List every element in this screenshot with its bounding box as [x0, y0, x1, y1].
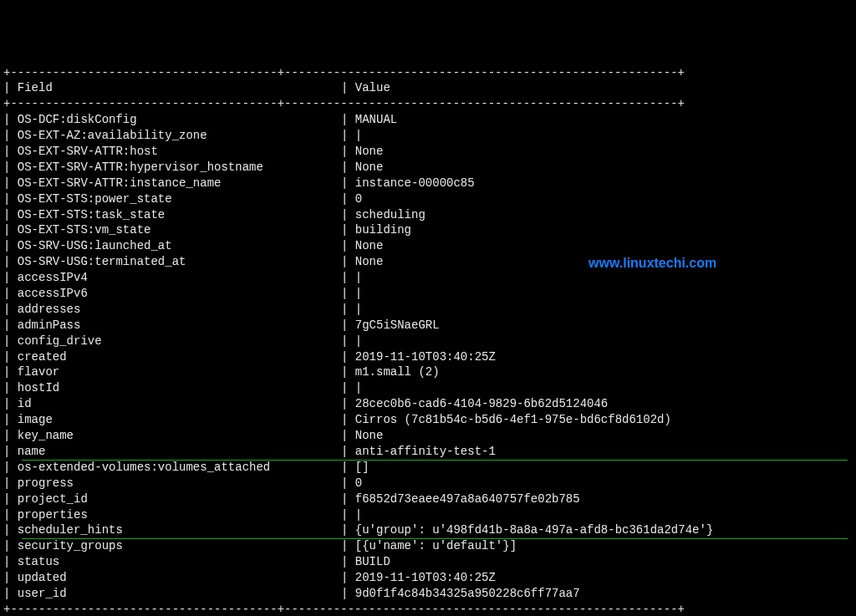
table-row: | OS-EXT-STS:power_state| 0: [3, 191, 856, 207]
table-row: | OS-SRV-USG:launched_at| None: [3, 238, 856, 254]
table-row: | id| 28cec0b6-cad6-4104-9829-6b62d51240…: [3, 396, 856, 412]
value-cell: | None: [341, 238, 826, 254]
table-separator: +--------------------------------------+…: [3, 602, 856, 616]
table-row: | os-extended-volumes:volumes_attached| …: [3, 460, 856, 476]
header-field: Field: [18, 81, 53, 94]
field-cell: | security_groups: [3, 538, 341, 554]
value-cell: | |: [341, 128, 826, 144]
table-row: | OS-EXT-AZ:availability_zone| |: [3, 128, 856, 144]
field-cell: | user_id: [3, 586, 341, 602]
field-cell: | status: [3, 554, 341, 570]
field-cell: | accessIPv4: [3, 270, 341, 286]
field-cell: | config_drive: [3, 333, 341, 349]
value-cell: | {u'group': u'498fd41b-8a8a-497a-afd8-b…: [341, 522, 826, 538]
value-cell: | 2019-11-10T03:40:25Z: [341, 570, 826, 586]
field-cell: | progress: [3, 476, 341, 491]
value-cell: | 0: [341, 476, 826, 491]
field-cell: | created: [3, 349, 341, 365]
value-cell: | None: [341, 254, 826, 270]
field-cell: | id: [3, 396, 341, 412]
value-cell: | [{u'name': u'default'}]: [341, 538, 826, 554]
field-cell: | adminPass: [3, 318, 341, 333]
table-row: | updated| 2019-11-10T03:40:25Z: [3, 570, 856, 586]
field-cell: | flavor: [3, 364, 341, 380]
field-cell: | OS-EXT-AZ:availability_zone: [3, 128, 341, 144]
table-separator: +--------------------------------------+…: [3, 65, 856, 81]
value-cell: | None: [341, 160, 826, 176]
value-cell: | f6852d73eaee497a8a640757fe02b785: [341, 491, 826, 507]
field-cell: | OS-DCF:diskConfig: [3, 112, 341, 128]
value-cell: | |: [341, 302, 826, 318]
value-cell: | 9d0f1f4c84b34325a950228c6ff77aa7: [341, 586, 826, 602]
table-row: | OS-SRV-USG:terminated_at| Nonewww.linu…: [3, 254, 856, 270]
field-cell: | OS-SRV-USG:terminated_at: [3, 254, 341, 270]
table-row: | properties| |: [3, 507, 856, 523]
table-row: | config_drive| |: [3, 333, 856, 349]
field-cell: | project_id: [3, 491, 341, 507]
table-row: | progress| 0: [3, 476, 856, 491]
table-row: | OS-EXT-SRV-ATTR:hypervisor_hostname| N…: [3, 160, 856, 176]
value-cell: | BUILD: [341, 554, 826, 570]
value-cell: | []: [341, 460, 826, 476]
value-cell: | 7gC5iSNaeGRL: [341, 318, 826, 333]
value-cell: | None: [341, 144, 826, 160]
table-row: | OS-EXT-STS:task_state| scheduling: [3, 207, 856, 223]
field-cell: | OS-EXT-SRV-ATTR:instance_name: [3, 176, 341, 191]
table-row: | user_id| 9d0f1f4c84b34325a950228c6ff77…: [3, 586, 856, 602]
table-separator: +--------------------------------------+…: [3, 96, 856, 112]
value-cell: | scheduling: [341, 207, 826, 223]
value-cell: | instance-00000c85: [341, 176, 826, 191]
table-row: | accessIPv4| |: [3, 270, 856, 286]
table-row: | adminPass| 7gC5iSNaeGRL: [3, 318, 856, 333]
table-row: | OS-DCF:diskConfig| MANUAL: [3, 112, 856, 128]
value-cell: | |: [341, 286, 826, 302]
field-cell: | OS-EXT-STS:power_state: [3, 191, 341, 207]
table-row: | key_name| None: [3, 428, 856, 444]
field-cell: | addresses: [3, 302, 341, 318]
table-row: | security_groups| [{u'name': u'default'…: [3, 538, 856, 554]
table-row: | OS-EXT-SRV-ATTR:instance_name| instanc…: [3, 176, 856, 191]
terminal-output: +--------------------------------------+…: [3, 65, 856, 616]
field-cell: | name: [3, 444, 341, 460]
table-row: | addresses| |: [3, 302, 856, 318]
field-cell: | properties: [3, 507, 341, 523]
value-cell: | |: [341, 333, 826, 349]
value-cell: | 28cec0b6-cad6-4104-9829-6b62d5124046: [341, 396, 826, 412]
table-header: | Field| Value: [3, 80, 856, 96]
table-row: | created| 2019-11-10T03:40:25Z: [3, 349, 856, 365]
table-row: | flavor| m1.small (2): [3, 364, 856, 380]
value-cell: | |: [341, 270, 826, 286]
table-row: | OS-EXT-SRV-ATTR:host| None: [3, 144, 856, 160]
table-row: | accessIPv6| |: [3, 286, 856, 302]
value-cell: | 0: [341, 191, 826, 207]
value-cell: | m1.small (2): [341, 364, 826, 380]
table-row: | project_id| f6852d73eaee497a8a640757fe…: [3, 491, 856, 507]
value-cell: | |: [341, 507, 826, 523]
table-row: | status| BUILD: [3, 554, 856, 570]
field-cell: | scheduler_hints: [3, 522, 341, 538]
table-row: | hostId| |: [3, 380, 856, 396]
table-row: | name| anti-affinity-test-1: [3, 444, 856, 460]
value-cell: | anti-affinity-test-1: [341, 444, 826, 460]
field-cell: | key_name: [3, 428, 341, 444]
field-cell: | updated: [3, 570, 341, 586]
field-cell: | hostId: [3, 380, 341, 396]
field-cell: | OS-EXT-STS:task_state: [3, 207, 341, 223]
table-row: | image| Cirros (7c81b54c-b5d6-4ef1-975e…: [3, 412, 856, 428]
value-cell: | building: [341, 222, 826, 238]
field-cell: | os-extended-volumes:volumes_attached: [3, 460, 341, 476]
value-cell: | MANUAL: [341, 112, 826, 128]
table-row: | scheduler_hints| {u'group': u'498fd41b…: [3, 522, 856, 538]
table-row: | OS-EXT-STS:vm_state| building: [3, 222, 856, 238]
field-cell: | image: [3, 412, 341, 428]
value-cell: | Cirros (7c81b54c-b5d6-4ef1-975e-bd6cf8…: [341, 412, 826, 428]
value-cell: | None: [341, 428, 826, 444]
field-cell: | OS-EXT-STS:vm_state: [3, 222, 341, 238]
field-cell: | OS-EXT-SRV-ATTR:host: [3, 144, 341, 160]
value-cell: | 2019-11-10T03:40:25Z: [341, 349, 826, 365]
value-cell: | |: [341, 380, 826, 396]
field-cell: | OS-SRV-USG:launched_at: [3, 238, 341, 254]
header-value: Value: [355, 81, 390, 94]
field-cell: | OS-EXT-SRV-ATTR:hypervisor_hostname: [3, 160, 341, 176]
field-cell: | accessIPv6: [3, 286, 341, 302]
